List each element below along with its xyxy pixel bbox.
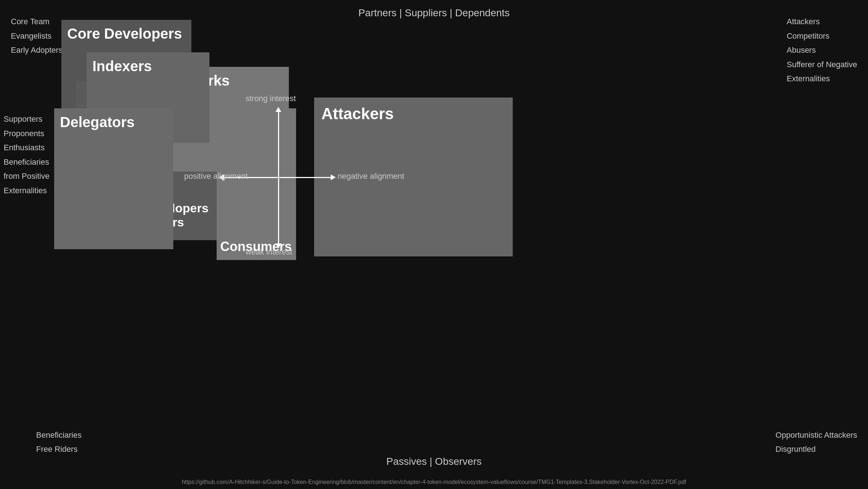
label-abusers: Abusers [787, 43, 857, 57]
label-delegators: Delegators [60, 114, 135, 130]
label-free-riders: Free Riders [36, 442, 82, 456]
left-middle-labels: Supporters Proponents Enthusiasts Benefi… [4, 112, 49, 198]
label-early-adopters: Early Adopters [11, 43, 62, 57]
label-core-team: Core Team [11, 14, 62, 29]
top-left-labels: Core Team Evangelists Early Adopters [11, 14, 62, 57]
label-weak-interest: weak interest [246, 247, 292, 257]
label-indexers: Indexers [92, 58, 152, 74]
label-competitors: Competitors [787, 29, 857, 43]
label-attackers-top: Attackers [787, 14, 857, 29]
bottom-url: https://github.com/A-Hitchhiker-s/Guide-… [0, 479, 868, 485]
label-evangelists: Evangelists [11, 29, 62, 43]
label-opportunistic-attackers: Opportunistic Attackers [776, 428, 857, 442]
label-core-developers: Core Developers [67, 26, 182, 42]
diagram-container: Partners | Suppliers | Dependents Passiv… [0, 0, 868, 489]
bottom-right-labels: Opportunistic Attackers Disgruntled [776, 428, 857, 456]
label-positive-alignment: positive alignment [184, 172, 248, 181]
label-proponents: Proponents [4, 126, 49, 141]
top-right-labels: Attackers Competitors Abusers Sufferer o… [787, 14, 857, 86]
label-sufferer-negative: Sufferer of Negative Externalities [787, 57, 857, 86]
label-enthusiasts: Enthusiasts [4, 140, 49, 155]
label-strong-interest: strong interest [246, 94, 296, 103]
label-supporters: Supporters [4, 112, 49, 126]
arrow-up-icon [275, 107, 281, 112]
arrow-right-icon [331, 174, 336, 180]
label-disgruntled: Disgruntled [776, 442, 857, 456]
bottom-left-labels: Beneficiaries Free Riders [36, 428, 82, 456]
top-center-label: Partners | Suppliers | Dependents [358, 7, 509, 19]
bottom-center-label: Passives | Observers [386, 456, 482, 467]
label-attackers: Attackers [321, 105, 394, 123]
label-beneficiaries: Beneficiaries [36, 428, 82, 442]
label-beneficiaries-positive: Beneficiaries from Positive Externalitie… [4, 155, 49, 198]
axis-vertical [278, 108, 279, 246]
box-consumers: Consumers [217, 108, 296, 260]
label-negative-alignment: negative alignment [338, 172, 404, 181]
box-delegators: Delegators [54, 108, 173, 249]
